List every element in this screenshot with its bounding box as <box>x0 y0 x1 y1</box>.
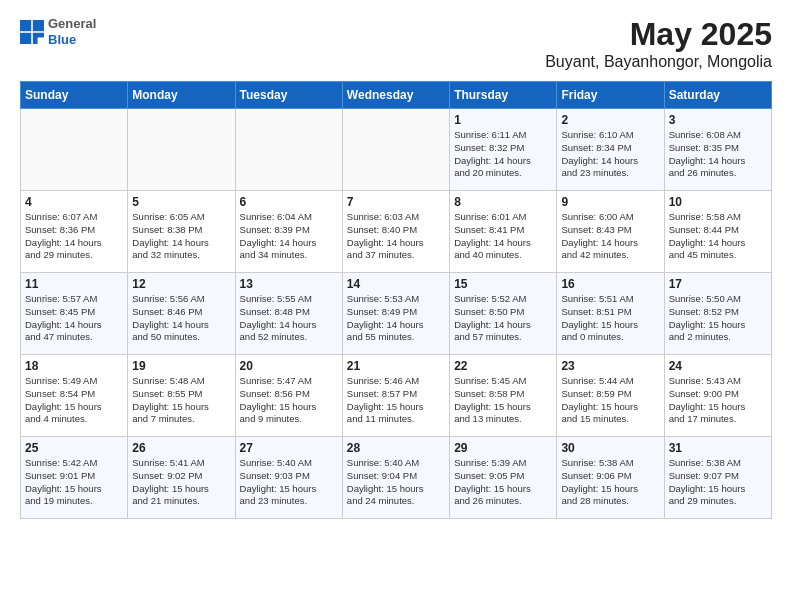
day-number: 25 <box>25 441 123 455</box>
calendar-cell: 16Sunrise: 5:51 AM Sunset: 8:51 PM Dayli… <box>557 273 664 355</box>
calendar-cell: 21Sunrise: 5:46 AM Sunset: 8:57 PM Dayli… <box>342 355 449 437</box>
day-number: 7 <box>347 195 445 209</box>
day-number: 27 <box>240 441 338 455</box>
header-row: SundayMondayTuesdayWednesdayThursdayFrid… <box>21 82 772 109</box>
cell-info: Sunrise: 5:56 AM Sunset: 8:46 PM Dayligh… <box>132 293 230 344</box>
cell-info: Sunrise: 5:41 AM Sunset: 9:02 PM Dayligh… <box>132 457 230 508</box>
cell-info: Sunrise: 6:05 AM Sunset: 8:38 PM Dayligh… <box>132 211 230 262</box>
calendar-cell: 20Sunrise: 5:47 AM Sunset: 8:56 PM Dayli… <box>235 355 342 437</box>
week-row-1: 1Sunrise: 6:11 AM Sunset: 8:32 PM Daylig… <box>21 109 772 191</box>
calendar-cell: 30Sunrise: 5:38 AM Sunset: 9:06 PM Dayli… <box>557 437 664 519</box>
header-cell-tuesday: Tuesday <box>235 82 342 109</box>
cell-info: Sunrise: 6:03 AM Sunset: 8:40 PM Dayligh… <box>347 211 445 262</box>
header-cell-wednesday: Wednesday <box>342 82 449 109</box>
cell-info: Sunrise: 6:04 AM Sunset: 8:39 PM Dayligh… <box>240 211 338 262</box>
calendar-cell: 8Sunrise: 6:01 AM Sunset: 8:41 PM Daylig… <box>450 191 557 273</box>
cell-info: Sunrise: 5:38 AM Sunset: 9:07 PM Dayligh… <box>669 457 767 508</box>
calendar-cell: 7Sunrise: 6:03 AM Sunset: 8:40 PM Daylig… <box>342 191 449 273</box>
day-number: 12 <box>132 277 230 291</box>
header-cell-sunday: Sunday <box>21 82 128 109</box>
day-number: 4 <box>25 195 123 209</box>
day-number: 5 <box>132 195 230 209</box>
cell-info: Sunrise: 5:44 AM Sunset: 8:59 PM Dayligh… <box>561 375 659 426</box>
header-cell-thursday: Thursday <box>450 82 557 109</box>
day-number: 21 <box>347 359 445 373</box>
calendar-cell: 10Sunrise: 5:58 AM Sunset: 8:44 PM Dayli… <box>664 191 771 273</box>
logo-general-text: General <box>48 16 96 32</box>
calendar-cell <box>21 109 128 191</box>
day-number: 6 <box>240 195 338 209</box>
calendar-cell: 4Sunrise: 6:07 AM Sunset: 8:36 PM Daylig… <box>21 191 128 273</box>
cell-info: Sunrise: 6:11 AM Sunset: 8:32 PM Dayligh… <box>454 129 552 180</box>
calendar-cell: 11Sunrise: 5:57 AM Sunset: 8:45 PM Dayli… <box>21 273 128 355</box>
day-number: 19 <box>132 359 230 373</box>
cell-info: Sunrise: 5:47 AM Sunset: 8:56 PM Dayligh… <box>240 375 338 426</box>
day-number: 31 <box>669 441 767 455</box>
day-number: 23 <box>561 359 659 373</box>
calendar-cell: 1Sunrise: 6:11 AM Sunset: 8:32 PM Daylig… <box>450 109 557 191</box>
cell-info: Sunrise: 5:38 AM Sunset: 9:06 PM Dayligh… <box>561 457 659 508</box>
cell-info: Sunrise: 6:10 AM Sunset: 8:34 PM Dayligh… <box>561 129 659 180</box>
calendar-cell: 3Sunrise: 6:08 AM Sunset: 8:35 PM Daylig… <box>664 109 771 191</box>
header-cell-monday: Monday <box>128 82 235 109</box>
calendar-table: SundayMondayTuesdayWednesdayThursdayFrid… <box>20 81 772 519</box>
logo: General Blue <box>20 16 96 47</box>
day-number: 20 <box>240 359 338 373</box>
calendar-cell: 9Sunrise: 6:00 AM Sunset: 8:43 PM Daylig… <box>557 191 664 273</box>
day-number: 26 <box>132 441 230 455</box>
cell-info: Sunrise: 5:53 AM Sunset: 8:49 PM Dayligh… <box>347 293 445 344</box>
day-number: 9 <box>561 195 659 209</box>
header-cell-friday: Friday <box>557 82 664 109</box>
calendar-title: May 2025 <box>545 16 772 53</box>
cell-info: Sunrise: 5:42 AM Sunset: 9:01 PM Dayligh… <box>25 457 123 508</box>
cell-info: Sunrise: 5:49 AM Sunset: 8:54 PM Dayligh… <box>25 375 123 426</box>
cell-info: Sunrise: 5:58 AM Sunset: 8:44 PM Dayligh… <box>669 211 767 262</box>
cell-info: Sunrise: 5:50 AM Sunset: 8:52 PM Dayligh… <box>669 293 767 344</box>
cell-info: Sunrise: 5:55 AM Sunset: 8:48 PM Dayligh… <box>240 293 338 344</box>
day-number: 16 <box>561 277 659 291</box>
cell-info: Sunrise: 6:00 AM Sunset: 8:43 PM Dayligh… <box>561 211 659 262</box>
calendar-cell: 28Sunrise: 5:40 AM Sunset: 9:04 PM Dayli… <box>342 437 449 519</box>
cell-info: Sunrise: 6:01 AM Sunset: 8:41 PM Dayligh… <box>454 211 552 262</box>
cell-info: Sunrise: 5:45 AM Sunset: 8:58 PM Dayligh… <box>454 375 552 426</box>
calendar-cell: 5Sunrise: 6:05 AM Sunset: 8:38 PM Daylig… <box>128 191 235 273</box>
calendar-cell: 13Sunrise: 5:55 AM Sunset: 8:48 PM Dayli… <box>235 273 342 355</box>
calendar-cell: 17Sunrise: 5:50 AM Sunset: 8:52 PM Dayli… <box>664 273 771 355</box>
calendar-subtitle: Buyant, Bayanhongor, Mongolia <box>545 53 772 71</box>
calendar-cell: 22Sunrise: 5:45 AM Sunset: 8:58 PM Dayli… <box>450 355 557 437</box>
cell-info: Sunrise: 5:39 AM Sunset: 9:05 PM Dayligh… <box>454 457 552 508</box>
calendar-cell <box>342 109 449 191</box>
day-number: 1 <box>454 113 552 127</box>
calendar-cell: 19Sunrise: 5:48 AM Sunset: 8:55 PM Dayli… <box>128 355 235 437</box>
logo-icon <box>20 20 44 44</box>
cell-info: Sunrise: 5:51 AM Sunset: 8:51 PM Dayligh… <box>561 293 659 344</box>
svg-rect-0 <box>20 20 31 31</box>
calendar-cell: 26Sunrise: 5:41 AM Sunset: 9:02 PM Dayli… <box>128 437 235 519</box>
header-cell-saturday: Saturday <box>664 82 771 109</box>
cell-info: Sunrise: 5:46 AM Sunset: 8:57 PM Dayligh… <box>347 375 445 426</box>
cell-info: Sunrise: 5:52 AM Sunset: 8:50 PM Dayligh… <box>454 293 552 344</box>
day-number: 17 <box>669 277 767 291</box>
cell-info: Sunrise: 6:07 AM Sunset: 8:36 PM Dayligh… <box>25 211 123 262</box>
calendar-cell: 24Sunrise: 5:43 AM Sunset: 9:00 PM Dayli… <box>664 355 771 437</box>
svg-rect-2 <box>20 32 31 43</box>
cell-info: Sunrise: 5:43 AM Sunset: 9:00 PM Dayligh… <box>669 375 767 426</box>
day-number: 29 <box>454 441 552 455</box>
day-number: 24 <box>669 359 767 373</box>
calendar-cell: 14Sunrise: 5:53 AM Sunset: 8:49 PM Dayli… <box>342 273 449 355</box>
cell-info: Sunrise: 5:40 AM Sunset: 9:03 PM Dayligh… <box>240 457 338 508</box>
week-row-2: 4Sunrise: 6:07 AM Sunset: 8:36 PM Daylig… <box>21 191 772 273</box>
day-number: 18 <box>25 359 123 373</box>
svg-rect-1 <box>33 20 44 31</box>
day-number: 28 <box>347 441 445 455</box>
calendar-cell: 23Sunrise: 5:44 AM Sunset: 8:59 PM Dayli… <box>557 355 664 437</box>
day-number: 13 <box>240 277 338 291</box>
day-number: 2 <box>561 113 659 127</box>
day-number: 30 <box>561 441 659 455</box>
logo-blue-text: Blue <box>48 32 96 48</box>
calendar-cell: 12Sunrise: 5:56 AM Sunset: 8:46 PM Dayli… <box>128 273 235 355</box>
day-number: 11 <box>25 277 123 291</box>
week-row-5: 25Sunrise: 5:42 AM Sunset: 9:01 PM Dayli… <box>21 437 772 519</box>
page-header: General Blue May 2025 Buyant, Bayanhongo… <box>20 16 772 71</box>
cell-info: Sunrise: 5:48 AM Sunset: 8:55 PM Dayligh… <box>132 375 230 426</box>
